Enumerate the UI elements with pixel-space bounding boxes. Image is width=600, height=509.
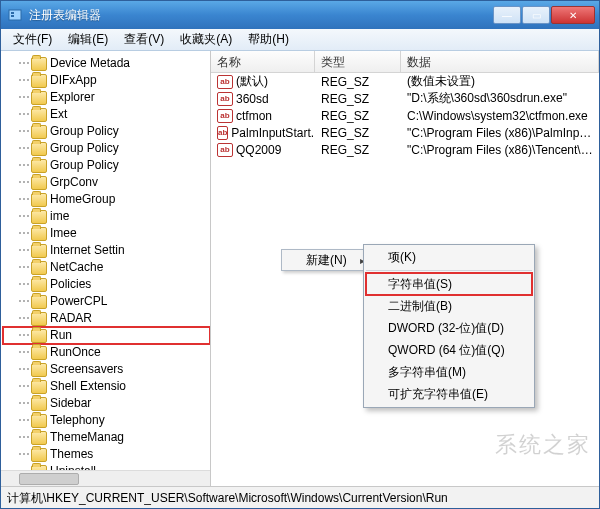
folder-icon [31, 346, 47, 360]
menu-help[interactable]: 帮助(H) [240, 29, 297, 50]
tree-item[interactable]: ⋯Themes [3, 446, 210, 463]
scrollbar-thumb[interactable] [19, 473, 79, 485]
list-row[interactable]: abQQ2009REG_SZ"C:\Program Files (x86)\Te… [211, 141, 599, 158]
folder-icon [31, 380, 47, 394]
close-button[interactable]: ✕ [551, 6, 595, 24]
list-row[interactable]: ab360sdREG_SZ"D:\系统\360sd\360sdrun.exe" [211, 90, 599, 107]
string-value-icon: ab [217, 92, 233, 106]
tree-expand-icon[interactable]: ⋯ [17, 293, 31, 310]
list-row[interactable]: ab(默认)REG_SZ(数值未设置) [211, 73, 599, 90]
tree-item[interactable]: ⋯NetCache [3, 259, 210, 276]
tree-expand-icon[interactable]: ⋯ [17, 208, 31, 225]
maximize-button[interactable]: ▭ [522, 6, 550, 24]
tree-expand-icon[interactable]: ⋯ [17, 344, 31, 361]
tree-expand-icon[interactable]: ⋯ [17, 242, 31, 259]
column-type[interactable]: 类型 [315, 51, 401, 72]
tree-expand-icon[interactable]: ⋯ [17, 174, 31, 191]
context-menu-item[interactable]: 项(K) [366, 247, 532, 271]
tree-expand-icon[interactable]: ⋯ [17, 378, 31, 395]
tree-expand-icon[interactable]: ⋯ [17, 310, 31, 327]
tree-item[interactable]: ⋯Uninstall [3, 463, 210, 470]
tree-expand-icon[interactable]: ⋯ [17, 463, 31, 470]
tree-expand-icon[interactable]: ⋯ [17, 225, 31, 242]
tree-expand-icon[interactable]: ⋯ [17, 123, 31, 140]
menu-view[interactable]: 查看(V) [116, 29, 172, 50]
regedit-window: 注册表编辑器 — ▭ ✕ 文件(F) 编辑(E) 查看(V) 收藏夹(A) 帮助… [0, 0, 600, 509]
folder-icon [31, 91, 47, 105]
list-body[interactable]: ab(默认)REG_SZ(数值未设置)ab360sdREG_SZ"D:\系统\3… [211, 73, 599, 158]
column-name[interactable]: 名称 [211, 51, 315, 72]
tree-expand-icon[interactable]: ⋯ [17, 106, 31, 123]
tree-item[interactable]: ⋯Imee [3, 225, 210, 242]
tree-item[interactable]: ⋯PowerCPL [3, 293, 210, 310]
menu-edit[interactable]: 编辑(E) [60, 29, 116, 50]
tree-item[interactable]: ⋯HomeGroup [3, 191, 210, 208]
folder-icon [31, 278, 47, 292]
tree-expand-icon[interactable]: ⋯ [17, 446, 31, 463]
svg-rect-2 [11, 15, 14, 17]
tree-expand-icon[interactable]: ⋯ [17, 429, 31, 446]
tree-item-label: Themes [50, 446, 93, 463]
app-icon [7, 7, 23, 23]
list-row[interactable]: abctfmonREG_SZC:\Windows\system32\ctfmon… [211, 107, 599, 124]
tree-item-label: Internet Settin [50, 242, 125, 259]
value-type: REG_SZ [315, 143, 401, 157]
titlebar[interactable]: 注册表编辑器 — ▭ ✕ [1, 1, 599, 29]
value-name: QQ2009 [236, 143, 281, 157]
tree-item[interactable]: ⋯RADAR [3, 310, 210, 327]
tree-expand-icon[interactable]: ⋯ [17, 55, 31, 72]
context-submenu-new[interactable]: 新建(N) [281, 249, 374, 271]
tree-expand-icon[interactable]: ⋯ [17, 157, 31, 174]
tree-item[interactable]: ⋯Telephony [3, 412, 210, 429]
tree-item-label: Run [50, 327, 72, 344]
registry-tree[interactable]: ⋯Device Metada⋯DIFxApp⋯Explorer⋯Ext⋯Grou… [1, 51, 210, 470]
value-name: PalmInputStart... [231, 126, 315, 140]
tree-expand-icon[interactable]: ⋯ [17, 89, 31, 106]
value-type: REG_SZ [315, 75, 401, 89]
tree-item[interactable]: ⋯Screensavers [3, 361, 210, 378]
menu-favorites[interactable]: 收藏夹(A) [172, 29, 240, 50]
context-menu-item[interactable]: QWORD (64 位)值(Q) [366, 339, 532, 361]
tree-expand-icon[interactable]: ⋯ [17, 361, 31, 378]
context-menu-item[interactable]: 二进制值(B) [366, 295, 532, 317]
context-menu-item[interactable]: 字符串值(S) [366, 273, 532, 295]
menu-file[interactable]: 文件(F) [5, 29, 60, 50]
folder-icon [31, 159, 47, 173]
context-menu-item[interactable]: DWORD (32-位)值(D) [366, 317, 532, 339]
tree-expand-icon[interactable]: ⋯ [17, 412, 31, 429]
tree-item[interactable]: ⋯Shell Extensio [3, 378, 210, 395]
folder-icon [31, 363, 47, 377]
tree-item[interactable]: ⋯GrpConv [3, 174, 210, 191]
tree-item[interactable]: ⋯ThemeManag [3, 429, 210, 446]
tree-item[interactable]: ⋯Group Policy [3, 123, 210, 140]
tree-item[interactable]: ⋯Group Policy [3, 157, 210, 174]
tree-item[interactable]: ⋯Device Metada [3, 55, 210, 72]
list-row[interactable]: abPalmInputStart...REG_SZ"C:\Program Fil… [211, 124, 599, 141]
context-menu-item[interactable]: 可扩充字符串值(E) [366, 383, 532, 405]
tree-item[interactable]: ⋯Internet Settin [3, 242, 210, 259]
value-type: REG_SZ [315, 109, 401, 123]
tree-item[interactable]: ⋯Group Policy [3, 140, 210, 157]
tree-expand-icon[interactable]: ⋯ [17, 191, 31, 208]
column-data[interactable]: 数据 [401, 51, 599, 72]
tree-expand-icon[interactable]: ⋯ [17, 395, 31, 412]
tree-horizontal-scrollbar[interactable] [1, 470, 210, 486]
tree-expand-icon[interactable]: ⋯ [17, 276, 31, 293]
tree-item[interactable]: ⋯ime [3, 208, 210, 225]
tree-expand-icon[interactable]: ⋯ [17, 259, 31, 276]
tree-item[interactable]: ⋯Explorer [3, 89, 210, 106]
tree-item[interactable]: ⋯Policies [3, 276, 210, 293]
tree-item[interactable]: ⋯Sidebar [3, 395, 210, 412]
window-buttons: — ▭ ✕ [492, 6, 595, 24]
minimize-button[interactable]: — [493, 6, 521, 24]
svg-rect-1 [11, 12, 14, 14]
tree-expand-icon[interactable]: ⋯ [17, 72, 31, 89]
tree-expand-icon[interactable]: ⋯ [17, 140, 31, 157]
tree-item[interactable]: ⋯DIFxApp [3, 72, 210, 89]
tree-item[interactable]: ⋯Ext [3, 106, 210, 123]
tree-item[interactable]: ⋯Run [3, 327, 210, 344]
context-menu-item[interactable]: 多字符串值(M) [366, 361, 532, 383]
tree-item[interactable]: ⋯RunOnce [3, 344, 210, 361]
tree-expand-icon[interactable]: ⋯ [17, 327, 31, 344]
tree-item-label: Telephony [50, 412, 105, 429]
